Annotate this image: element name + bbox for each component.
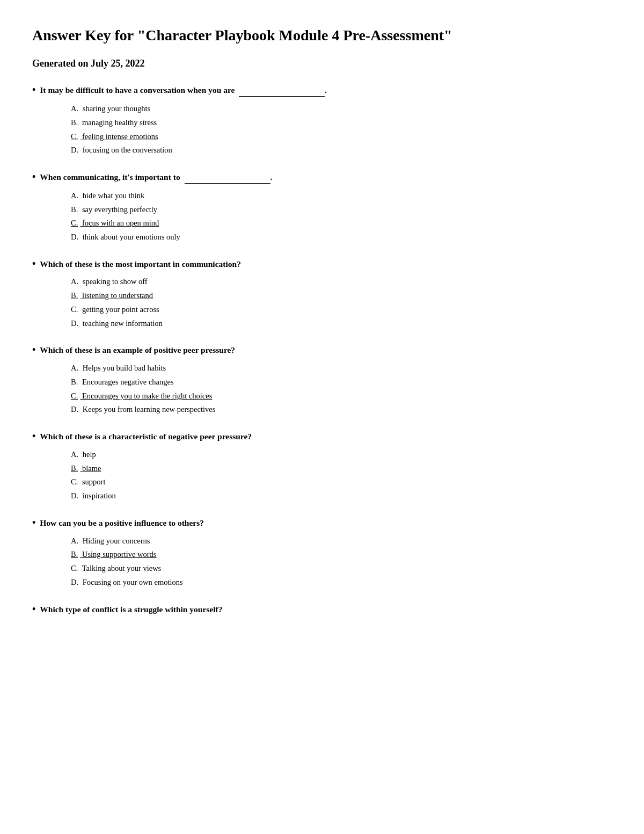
question-text: •Which of these is an example of positiv… [32, 344, 612, 356]
option-item: C. support [71, 476, 612, 488]
option-item: C. getting your point across [71, 304, 612, 316]
option-text: sharing your thoughts [80, 104, 150, 113]
option-item: B. blame [71, 463, 612, 475]
bullet-icon: • [32, 431, 35, 443]
question-item: •Which type of conflict is a struggle wi… [32, 604, 612, 615]
option-text: blame [80, 464, 101, 473]
option-letter: C. [71, 219, 78, 227]
option-letter: B. [71, 378, 78, 386]
question-text: •When communicating, it's important to . [32, 171, 612, 184]
option-letter: C. [71, 305, 78, 314]
option-item: D. Keeps you from learning new perspecti… [71, 404, 612, 416]
question-label: Which type of conflict is a struggle wit… [40, 604, 222, 615]
bullet-icon: • [32, 604, 35, 615]
page-title: Answer Key for "Character Playbook Modul… [32, 26, 612, 45]
question-item: •How can you be a positive influence to … [32, 517, 612, 589]
options-list: A. Helps you build bad habitsB. Encourag… [32, 362, 612, 416]
question-item: •Which of these is an example of positiv… [32, 344, 612, 416]
option-item: C. feeling intense emotions [71, 131, 612, 143]
option-item: D. Focusing on your own emotions [71, 577, 612, 589]
option-letter: D. [71, 405, 78, 414]
option-text: inspiration [80, 491, 116, 500]
options-list: A. hide what you thinkB. say everything … [32, 190, 612, 243]
bullet-icon: • [32, 171, 35, 183]
bullet-icon: • [32, 344, 35, 356]
option-letter: A. [71, 277, 78, 286]
option-item: A. speaking to show off [71, 276, 612, 288]
option-letter: D. [71, 491, 78, 500]
option-letter: C. [71, 132, 78, 141]
option-letter: B. [71, 464, 78, 473]
question-item: •It may be difficult to have a conversat… [32, 84, 612, 156]
option-item: D. think about your emotions only [71, 231, 612, 243]
options-list: A. sharing your thoughtsB. managing heal… [32, 103, 612, 156]
question-item: •Which of these is a characteristic of n… [32, 431, 612, 502]
option-text: managing healthy stress [80, 118, 157, 127]
option-text: speaking to show off [80, 277, 148, 286]
question-label: Which of these is the most important in … [40, 258, 241, 270]
option-item: C. Encourages you to make the right choi… [71, 390, 612, 402]
generated-date: Generated on July 25, 2022 [32, 58, 612, 69]
option-text: support [80, 477, 105, 486]
option-text: feeling intense emotions [80, 132, 158, 141]
option-text: Encourages you to make the right choices [80, 391, 212, 400]
question-item: •When communicating, it's important to .… [32, 171, 612, 243]
option-letter: D. [71, 578, 78, 586]
option-letter: A. [71, 450, 78, 459]
answer-blank [239, 84, 325, 97]
option-text: Helps you build bad habits [80, 364, 166, 372]
option-letter: B. [71, 291, 78, 300]
option-item: B. Using supportive words [71, 549, 612, 561]
options-list: A. speaking to show offB. listening to u… [32, 276, 612, 329]
option-text: Hiding your concerns [80, 536, 150, 545]
option-item: C. Talking about your views [71, 563, 612, 575]
option-letter: B. [71, 205, 78, 214]
option-item: A. Helps you build bad habits [71, 362, 612, 374]
option-text: Encourages negative changes [80, 378, 173, 386]
questions-list: •It may be difficult to have a conversat… [32, 84, 612, 615]
question-label: Which of these is a characteristic of ne… [40, 431, 252, 443]
answer-blank [185, 171, 270, 184]
option-text: say everything perfectly [80, 205, 157, 214]
option-letter: B. [71, 118, 78, 127]
option-text: Using supportive words [80, 550, 156, 559]
option-item: B. listening to understand [71, 290, 612, 302]
option-text: Keeps you from learning new perspectives [80, 405, 215, 414]
question-text: •Which of these is a characteristic of n… [32, 431, 612, 443]
question-text: •Which of these is the most important in… [32, 258, 612, 270]
option-text: Talking about your views [80, 564, 161, 572]
option-text: focus with an open mind [80, 219, 159, 227]
option-letter: D. [71, 319, 78, 328]
options-list: A. Hiding your concernsB. Using supporti… [32, 535, 612, 589]
option-item: A. Hiding your concerns [71, 535, 612, 547]
options-list: A. helpB. blameC. supportD. inspiration [32, 449, 612, 502]
option-letter: C. [71, 564, 78, 572]
option-letter: D. [71, 146, 78, 154]
option-text: teaching new information [80, 319, 163, 328]
option-item: D. teaching new information [71, 318, 612, 330]
option-letter: C. [71, 391, 78, 400]
question-text: •How can you be a positive influence to … [32, 517, 612, 529]
option-text: Focusing on your own emotions [80, 578, 183, 586]
option-text: think about your emotions only [80, 233, 180, 241]
question-label: How can you be a positive influence to o… [40, 517, 204, 529]
question-text: •It may be difficult to have a conversat… [32, 84, 612, 97]
option-item: D. focusing on the conversation [71, 144, 612, 156]
option-letter: A. [71, 191, 78, 200]
option-text: getting your point across [80, 305, 159, 314]
option-item: B. Encourages negative changes [71, 376, 612, 388]
bullet-icon: • [32, 258, 35, 270]
option-item: D. inspiration [71, 490, 612, 502]
option-letter: A. [71, 364, 78, 372]
option-item: A. help [71, 449, 612, 461]
option-text: listening to understand [80, 291, 153, 300]
question-item: •Which of these is the most important in… [32, 258, 612, 330]
option-letter: B. [71, 550, 78, 559]
option-letter: A. [71, 536, 78, 545]
option-letter: A. [71, 104, 78, 113]
question-label: When communicating, it's important to . [40, 171, 272, 184]
option-item: A. sharing your thoughts [71, 103, 612, 115]
option-text: help [80, 450, 96, 459]
option-letter: C. [71, 477, 78, 486]
option-text: focusing on the conversation [80, 146, 172, 154]
